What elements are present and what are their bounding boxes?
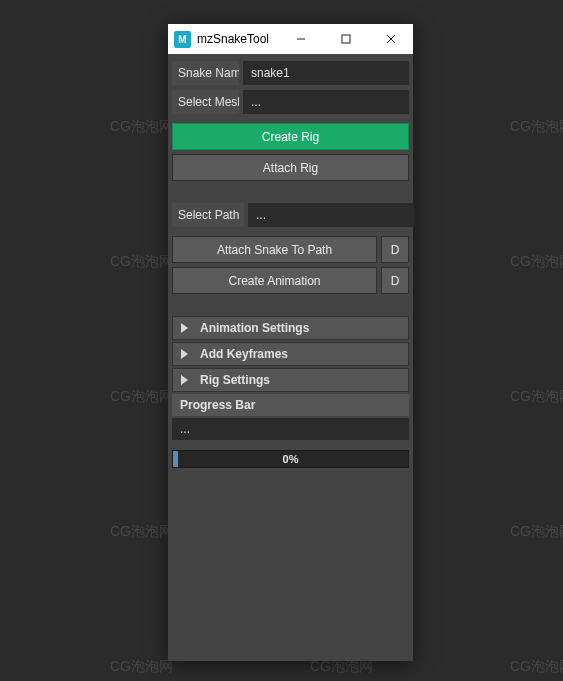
svg-rect-1	[342, 35, 350, 43]
progress-bar-fill	[173, 451, 178, 467]
maximize-button[interactable]	[323, 24, 368, 54]
watermark: CG泡泡网	[110, 658, 173, 676]
create-animation-d-button[interactable]: D	[381, 267, 409, 294]
create-animation-button[interactable]: Create Animation	[172, 267, 377, 294]
create-rig-button[interactable]: Create Rig	[172, 123, 409, 150]
attach-snake-to-path-button[interactable]: Attach Snake To Path	[172, 236, 377, 263]
watermark: CG泡泡网	[110, 388, 173, 406]
snake-name-input[interactable]	[243, 61, 409, 85]
add-keyframes-collapsible[interactable]: Add Keyframes	[172, 342, 409, 366]
snake-name-label: Snake Name	[172, 61, 239, 85]
minimize-button[interactable]	[278, 24, 323, 54]
app-icon-letter: M	[178, 34, 186, 45]
watermark: CG泡泡网	[510, 388, 563, 406]
window-title: mzSnakeTool	[197, 32, 278, 46]
progress-bar-label: Progress Bar	[172, 394, 409, 416]
watermark: CG泡泡网	[110, 523, 173, 541]
animation-settings-collapsible[interactable]: Animation Settings	[172, 316, 409, 340]
select-mesh-label: Select Mesh	[172, 90, 239, 114]
triangle-right-icon	[181, 375, 188, 385]
close-button[interactable]	[368, 24, 413, 54]
rig-settings-collapsible[interactable]: Rig Settings	[172, 368, 409, 392]
triangle-right-icon	[181, 323, 188, 333]
collapsible-label: Add Keyframes	[200, 347, 288, 361]
titlebar: M mzSnakeTool	[168, 24, 413, 54]
app-window: M mzSnakeTool Snake Name Select Mesh Cre…	[168, 24, 413, 661]
collapsible-label: Rig Settings	[200, 373, 270, 387]
triangle-right-icon	[181, 349, 188, 359]
watermark: CG泡泡网	[110, 253, 173, 271]
app-icon: M	[174, 31, 191, 48]
attach-snake-d-button[interactable]: D	[381, 236, 409, 263]
progress-status: ...	[172, 418, 409, 440]
progress-bar: 0%	[172, 450, 409, 468]
select-path-label: Select Path	[172, 203, 244, 227]
select-mesh-input[interactable]	[243, 90, 409, 114]
collapsible-label: Animation Settings	[200, 321, 309, 335]
watermark: CG泡泡网	[510, 253, 563, 271]
watermark: CG泡泡网	[510, 118, 563, 136]
watermark: CG泡泡网	[110, 118, 173, 136]
attach-rig-button[interactable]: Attach Rig	[172, 154, 409, 181]
watermark: CG泡泡网	[510, 523, 563, 541]
progress-bar-text: 0%	[283, 453, 299, 465]
watermark: CG泡泡网	[510, 658, 563, 676]
select-path-input[interactable]	[248, 203, 414, 227]
window-content: Snake Name Select Mesh Create Rig Attach…	[168, 54, 413, 475]
